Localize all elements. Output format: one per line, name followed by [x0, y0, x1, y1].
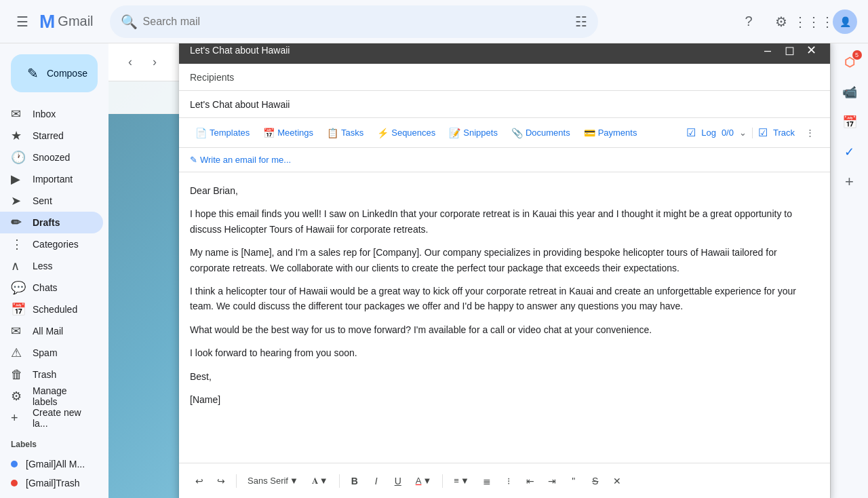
nav-back-button[interactable]: ‹	[119, 52, 141, 73]
redo-button[interactable]: ↪	[212, 472, 231, 491]
log-label: Log	[701, 128, 716, 138]
sidebar-item-label: Spam	[33, 347, 92, 358]
recipients-input[interactable]	[239, 72, 819, 83]
sidebar-item-snoozed[interactable]: 🕐 Snoozed	[0, 147, 103, 168]
search-input[interactable]	[143, 16, 570, 28]
sidebar-item-inbox[interactable]: ✉ Inbox	[0, 103, 103, 125]
sidebar-item-label: Important	[33, 174, 92, 185]
inbox-icon: ✉	[11, 107, 24, 121]
sidebar-item-important[interactable]: ▶ Important	[0, 168, 103, 190]
search-bar[interactable]: 🔍 ☷	[110, 5, 598, 38]
label-dot-red	[11, 480, 18, 486]
sidebar-item-label: Manage labels	[33, 385, 92, 407]
recipients-field[interactable]: Recipients	[179, 64, 830, 91]
apps-button[interactable]: ⋮⋮⋮	[800, 8, 827, 35]
meet-icon[interactable]: 📹	[836, 79, 863, 106]
sidebar-item-create-label[interactable]: + Create new la...	[0, 407, 103, 429]
body-paragraph-closing: Best,	[190, 369, 819, 384]
templates-icon: 📄	[195, 128, 207, 138]
sidebar-item-chats[interactable]: 💬 Chats	[0, 277, 103, 299]
compose-body[interactable]: Dear Brian, I hope this email finds you …	[179, 172, 830, 463]
calendar-icon[interactable]: 📅	[836, 109, 863, 136]
sidebar-item-starred[interactable]: ★ Starred	[0, 125, 103, 147]
font-size-dropdown[interactable]: 𝐀 ▼	[307, 473, 334, 489]
track-checkbox-icon[interactable]: ☑	[758, 126, 768, 139]
minimize-button[interactable]: –	[760, 43, 776, 58]
meetings-icon: 📅	[263, 128, 275, 138]
starred-icon: ★	[11, 128, 24, 143]
subject-input[interactable]	[190, 99, 819, 110]
undo-button[interactable]: ↩	[190, 472, 209, 491]
close-button[interactable]: ✕	[803, 43, 819, 58]
toolbar-documents[interactable]: 📎 Documents	[506, 125, 576, 141]
label-gmail-all-mail[interactable]: [Gmail]All M...	[0, 455, 103, 474]
sidebar-item-spam[interactable]: ⚠ Spam	[0, 342, 103, 364]
bold-button[interactable]: B	[345, 472, 364, 491]
sidebar-item-categories[interactable]: ⋮ Categories	[0, 233, 103, 255]
compose-label: Compose	[47, 68, 87, 79]
search-filter-icon[interactable]: ☷	[575, 14, 587, 30]
separator	[752, 128, 753, 138]
indent-less-button[interactable]: ⇤	[521, 472, 540, 491]
tasks-right-icon[interactable]: ✓	[836, 138, 863, 166]
body-paragraph-greeting: Dear Brian,	[190, 183, 819, 198]
sidebar-item-less[interactable]: ∧ Less	[0, 255, 103, 277]
subject-field[interactable]	[179, 91, 830, 118]
sequences-icon: ⚡	[377, 128, 389, 138]
indent-more-button[interactable]: ⇥	[542, 472, 561, 491]
clear-formatting-button[interactable]: ✕	[608, 472, 627, 491]
sidebar-item-drafts[interactable]: ✏ Drafts	[0, 212, 103, 233]
font-family-dropdown[interactable]: Sans Serif ▼	[242, 473, 304, 489]
sidebar: ✎ Compose ✉ Inbox ★ Starred 🕐 Snoozed ▶ …	[0, 43, 108, 498]
settings-button[interactable]: ⚙	[768, 8, 795, 35]
blockquote-button[interactable]: "	[564, 472, 583, 491]
track-label: Track	[773, 128, 795, 138]
plus-icon[interactable]: +	[836, 168, 863, 195]
sidebar-item-sent[interactable]: ➤ Sent	[0, 190, 103, 212]
font-color-dropdown[interactable]: A ▼	[410, 473, 437, 489]
avatar-initials: 👤	[840, 16, 851, 27]
log-checkbox-icon[interactable]: ☑	[686, 126, 696, 139]
maximize-button[interactable]: ◻	[781, 43, 797, 58]
sidebar-item-all-mail[interactable]: ✉ All Mail	[0, 320, 103, 342]
compose-toolbar: 📄 Templates 📅 Meetings 📋 Tasks ⚡ Sequenc…	[179, 118, 830, 148]
body-paragraph-4: What would be the best way for us to mov…	[190, 322, 819, 337]
log-dropdown-icon[interactable]: ⌄	[739, 128, 747, 138]
avatar[interactable]: 👤	[833, 9, 857, 34]
toolbar-templates[interactable]: 📄 Templates	[190, 125, 255, 141]
settings-icon: ⚙	[775, 14, 787, 30]
sidebar-item-label: All Mail	[33, 326, 92, 337]
sidebar-item-label: Snoozed	[33, 152, 92, 163]
italic-button[interactable]: I	[367, 472, 386, 491]
more-options-button[interactable]: ⋮	[800, 123, 819, 142]
unordered-list-button[interactable]: ⁝	[499, 472, 518, 491]
label-gmail-trash[interactable]: [Gmail]Trash	[0, 474, 103, 493]
body-paragraph-1: I hope this email finds you well! I saw …	[190, 206, 819, 237]
label-text: [Gmail]Trash	[26, 478, 80, 489]
sidebar-item-scheduled[interactable]: 📅 Scheduled	[0, 299, 103, 320]
scheduled-icon: 📅	[11, 302, 24, 317]
help-button[interactable]: ?	[735, 8, 762, 35]
hamburger-menu-icon[interactable]: ☰	[11, 8, 34, 35]
ai-write-link[interactable]: ✎ Write an email for me...	[190, 155, 291, 165]
compose-button[interactable]: ✎ Compose	[11, 54, 98, 92]
nav-forward-button[interactable]: ›	[144, 52, 165, 73]
log-value: 0/0	[722, 128, 734, 138]
underline-button[interactable]: U	[389, 472, 408, 491]
create-label-icon: +	[11, 411, 24, 425]
sidebar-item-label: Create new la...	[33, 407, 92, 429]
toolbar-snippets[interactable]: 📝 Snippets	[443, 125, 503, 141]
toolbar-sequences[interactable]: ⚡ Sequences	[372, 125, 441, 141]
align-dropdown[interactable]: ≡ ▼	[448, 473, 474, 489]
toolbar-meetings[interactable]: 📅 Meetings	[258, 125, 319, 141]
label-text: [Gmail]All M...	[26, 459, 85, 470]
strikethrough-button[interactable]: S	[586, 472, 605, 491]
ordered-list-button[interactable]: ≣	[477, 472, 496, 491]
hubspot-icon[interactable]: ⬡ 5	[836, 49, 863, 76]
toolbar-payments[interactable]: 💳 Payments	[578, 125, 643, 141]
topbar-right: ? ⚙ ⋮⋮⋮ 👤	[735, 8, 857, 35]
toolbar-tasks[interactable]: 📋 Tasks	[321, 125, 369, 141]
sidebar-item-manage-labels[interactable]: ⚙ Manage labels	[0, 385, 103, 407]
sidebar-item-trash[interactable]: 🗑 Trash	[0, 364, 103, 385]
snoozed-icon: 🕐	[11, 150, 24, 165]
